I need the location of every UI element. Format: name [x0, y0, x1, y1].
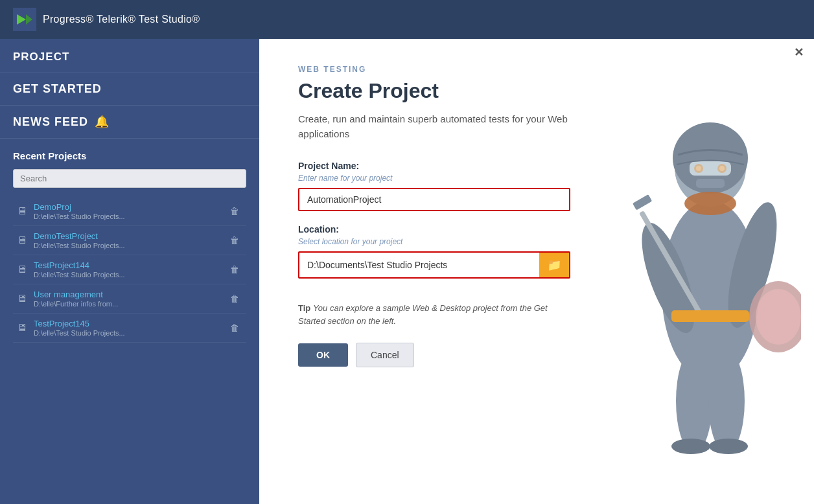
project-info: DemoProj D:\elle\Test Studio Projects... [34, 202, 220, 220]
svg-point-10 [719, 166, 725, 171]
svg-point-8 [696, 166, 701, 171]
location-section: Location: Select location for your proje… [298, 224, 570, 279]
project-name: TestProject145 [34, 319, 220, 328]
project-info: DemoTestProject D:\elle\Test Studio Proj… [34, 231, 220, 249]
progress-logo-icon [13, 8, 36, 31]
project-path: D:\elle\Test Studio Projects... [34, 271, 220, 279]
project-name: DemoTestProject [34, 231, 220, 241]
project-info: TestProject145 D:\elle\Test Studio Proje… [34, 319, 220, 337]
tip-italic: You can explore a sample Web & Desktop p… [298, 303, 548, 326]
project-name-input[interactable] [298, 188, 570, 211]
monitor-icon: 🖥 [17, 322, 27, 334]
page-description: Create, run and maintain superb automate… [298, 112, 570, 141]
svg-point-21 [671, 439, 710, 454]
delete-project-button[interactable]: 🗑 [227, 234, 242, 247]
project-path: D:\elle\Test Studio Projects... [34, 242, 220, 249]
news-feed-label: NEWS FEED [13, 115, 88, 129]
sidebar: PROJECT GET STARTED NEWS FEED 🔔 Recent P… [0, 39, 259, 504]
location-hint: Select location for your project [298, 237, 570, 246]
project-name: TestProject144 [34, 260, 220, 270]
project-info: User management D:\elle\Further infos fr… [34, 290, 220, 308]
top-bar: Progress® Telerik® Test Studio® [0, 0, 814, 39]
delete-project-button[interactable]: 🗑 [227, 321, 242, 334]
ninja-svg [620, 84, 801, 459]
delete-project-button[interactable]: 🗑 [227, 292, 242, 305]
main-layout: PROJECT GET STARTED NEWS FEED 🔔 Recent P… [0, 39, 814, 504]
location-label: Location: [298, 224, 570, 235]
folder-icon: 📁 [547, 258, 561, 272]
svg-point-22 [709, 439, 748, 454]
search-input[interactable] [13, 169, 246, 188]
sidebar-project-section: PROJECT [0, 39, 259, 73]
project-name-section: Project Name: Enter name for your projec… [298, 161, 570, 211]
ok-button[interactable]: OK [298, 343, 348, 367]
get-started-label: GET STARTED [13, 82, 102, 95]
logo-area: Progress® Telerik® Test Studio® [13, 8, 200, 31]
delete-project-button[interactable]: 🗑 [227, 263, 242, 276]
sidebar-item-get-started[interactable]: GET STARTED [0, 73, 259, 106]
delete-project-button[interactable]: 🗑 [227, 205, 242, 218]
location-row: 📁 [298, 251, 570, 279]
project-name: User management [34, 290, 220, 299]
list-item[interactable]: 🖥 TestProject144 D:\elle\Test Studio Pro… [13, 255, 246, 284]
svg-point-20 [708, 349, 745, 453]
project-info: TestProject144 D:\elle\Test Studio Proje… [34, 260, 220, 279]
project-name-label: Project Name: [298, 161, 570, 171]
recent-projects-section: Recent Projects 🖥 DemoProj D:\elle\Test … [0, 139, 259, 504]
location-input[interactable] [299, 255, 539, 275]
svg-point-19 [676, 349, 712, 453]
monitor-icon: 🖥 [17, 205, 27, 217]
svg-point-15 [756, 289, 801, 345]
project-list: 🖥 DemoProj D:\elle\Test Studio Projects.… [13, 197, 246, 498]
monitor-icon: 🖥 [17, 293, 27, 304]
monitor-icon: 🖥 [17, 235, 27, 246]
list-item[interactable]: 🖥 User management D:\elle\Further infos … [13, 284, 246, 314]
tip-text: Tip You can explore a sample Web & Deskt… [298, 302, 570, 327]
project-path: D:\elle\Further infos from... [34, 300, 220, 308]
list-item[interactable]: 🖥 DemoTestProject D:\elle\Test Studio Pr… [13, 226, 246, 255]
svg-point-23 [684, 192, 736, 215]
bell-icon: 🔔 [95, 115, 109, 129]
ninja-illustration [607, 39, 814, 504]
app-title: Progress® Telerik® Test Studio® [43, 14, 200, 25]
svg-rect-11 [696, 179, 725, 188]
list-item[interactable]: 🖥 TestProject145 D:\elle\Test Studio Pro… [13, 314, 246, 343]
tip-bold: Tip [298, 303, 310, 313]
main-content: ✕ WEB TESTING Create Project Create, run… [259, 39, 814, 504]
sidebar-item-news-feed[interactable]: NEWS FEED 🔔 [0, 106, 259, 139]
list-item[interactable]: 🖥 DemoProj D:\elle\Test Studio Projects.… [13, 197, 246, 226]
recent-projects-title: Recent Projects [13, 150, 246, 161]
project-name-hint: Enter name for your project [298, 174, 570, 183]
project-path: D:\elle\Test Studio Projects... [34, 212, 220, 220]
monitor-icon: 🖥 [17, 264, 27, 275]
svg-rect-17 [633, 194, 652, 210]
project-path: D:\elle\Test Studio Projects... [34, 329, 220, 337]
project-name: DemoProj [34, 202, 220, 212]
svg-rect-18 [671, 310, 749, 322]
cancel-button[interactable]: Cancel [356, 343, 414, 367]
browse-folder-button[interactable]: 📁 [539, 253, 569, 277]
project-section-label: PROJECT [13, 51, 69, 63]
